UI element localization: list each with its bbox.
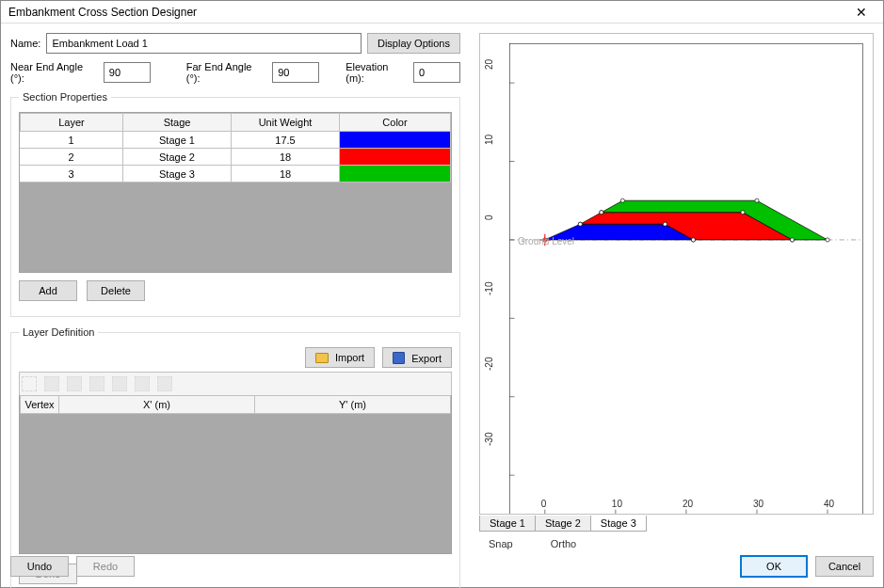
x-tick-label: 10 <box>612 499 622 509</box>
x-tick-label: 30 <box>753 499 763 509</box>
vertex-toolbar <box>19 372 452 395</box>
export-button[interactable]: Export <box>382 347 452 368</box>
redo-button: Redo <box>76 556 135 577</box>
svg-point-18 <box>826 238 829 242</box>
svg-point-19 <box>790 238 794 242</box>
section-properties-table[interactable]: Layer Stage Unit Weight Color 1Stage 117… <box>19 112 452 273</box>
svg-point-20 <box>741 211 745 215</box>
y-tick-label: 20 <box>484 59 494 70</box>
layer-definition-title: Layer Definition <box>19 326 98 338</box>
elevation-label: Elevation (m): <box>346 61 410 84</box>
far-angle-input[interactable] <box>272 62 319 83</box>
near-angle-input[interactable] <box>104 62 151 83</box>
layer-definition-table[interactable]: Vertex X' (m) Y' (m) <box>19 395 452 554</box>
delete-button[interactable]: Delete <box>87 280 145 301</box>
tab-stage-1[interactable]: Stage 1 <box>479 516 536 532</box>
svg-point-13 <box>663 222 667 226</box>
save-icon <box>393 352 405 364</box>
snap-toggle[interactable]: Snap <box>489 538 513 549</box>
col-stage: Stage <box>123 113 232 132</box>
table-row[interactable]: 3Stage 318 <box>20 166 451 183</box>
add-button[interactable]: Add <box>19 280 77 301</box>
col-y: Y' (m) <box>255 395 451 414</box>
close-icon[interactable]: ✕ <box>844 1 879 23</box>
near-angle-label: Near End Angle (°): <box>10 61 100 84</box>
col-x: X' (m) <box>59 395 255 414</box>
far-angle-label: Far End Angle (°): <box>186 61 268 84</box>
y-tick-label: 0 <box>484 215 494 220</box>
elevation-input[interactable] <box>413 62 460 83</box>
svg-point-17 <box>755 199 759 202</box>
preview-canvas[interactable]: Ground Level 010203040 -30-20-1001020 <box>479 33 874 515</box>
undo-button[interactable]: Undo <box>10 556 69 577</box>
y-tick-label: 10 <box>484 135 494 145</box>
table-row[interactable]: 2Stage 218 <box>20 149 451 166</box>
table-row[interactable]: 1Stage 117.5 <box>20 132 451 149</box>
section-properties-group: Section Properties Layer Stage Unit Weig… <box>10 91 460 317</box>
dialog-window: Embankment Cross Section Designer ✕ Name… <box>0 0 884 588</box>
y-tick-label: -20 <box>484 358 494 371</box>
col-vertex: Vertex <box>20 395 59 414</box>
y-tick-label: -30 <box>484 433 494 446</box>
display-options-button[interactable]: Display Options <box>367 33 460 54</box>
x-tick-label: 0 <box>541 499 547 509</box>
ok-button[interactable]: OK <box>740 555 808 578</box>
svg-point-16 <box>620 199 624 202</box>
insert-row-icon[interactable] <box>112 376 127 391</box>
folder-open-icon <box>315 353 329 363</box>
cut-icon[interactable] <box>44 376 59 391</box>
x-tick-label: 40 <box>824 499 834 509</box>
import-button[interactable]: Import <box>305 347 375 368</box>
select-icon[interactable] <box>22 376 37 391</box>
y-tick-label: -10 <box>484 282 494 295</box>
layer-definition-group: Layer Definition Import Export <box>10 326 460 588</box>
tab-stage-3[interactable]: Stage 3 <box>591 516 647 532</box>
svg-point-15 <box>600 211 603 215</box>
stage-tabs: Stage 1Stage 2Stage 3 <box>479 516 874 532</box>
titlebar: Embankment Cross Section Designer ✕ <box>1 1 883 24</box>
section-properties-title: Section Properties <box>19 91 111 103</box>
ground-level-label: Ground Level <box>518 236 574 246</box>
svg-point-8 <box>578 222 582 226</box>
append-row-icon[interactable] <box>135 376 150 391</box>
name-input[interactable] <box>46 33 362 54</box>
svg-point-12 <box>691 238 695 242</box>
cancel-button[interactable]: Cancel <box>815 556 874 577</box>
tab-stage-2[interactable]: Stage 2 <box>536 516 591 532</box>
col-layer: Layer <box>20 113 123 132</box>
x-tick-label: 20 <box>683 499 693 509</box>
ortho-toggle[interactable]: Ortho <box>551 538 577 549</box>
paste-icon[interactable] <box>89 376 104 391</box>
col-color: Color <box>340 113 451 132</box>
name-label: Name: <box>10 38 40 49</box>
delete-row-icon[interactable] <box>157 376 172 391</box>
svg-rect-0 <box>509 43 862 514</box>
col-unit-weight: Unit Weight <box>232 113 340 132</box>
window-title: Embankment Cross Section Designer <box>8 6 844 19</box>
copy-icon[interactable] <box>67 376 82 391</box>
